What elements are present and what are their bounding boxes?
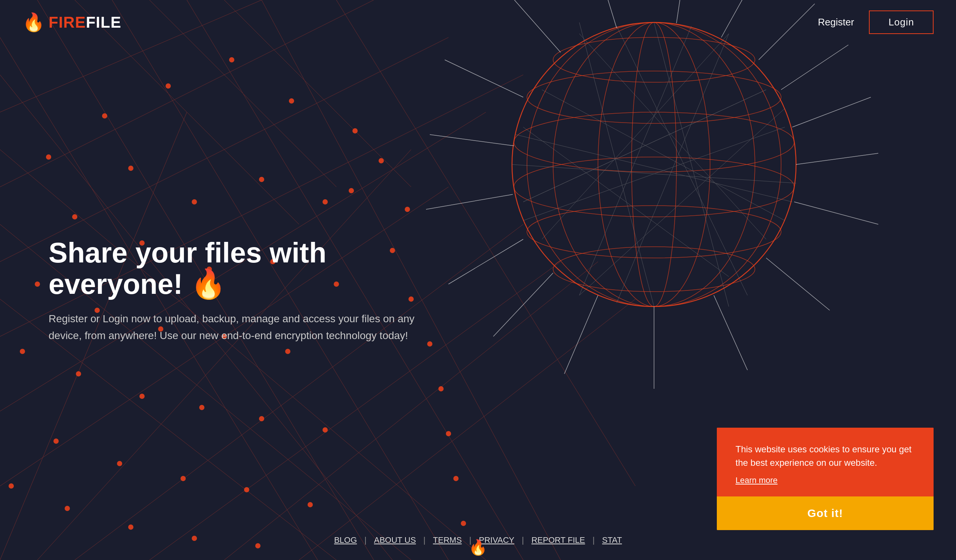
footer-sep-4: | <box>522 535 524 545</box>
hero-subtitle: Register or Login now to upload, backup,… <box>49 311 422 344</box>
svg-point-45 <box>285 349 290 354</box>
cookie-accept-button[interactable]: Got it! <box>717 496 934 530</box>
logo-text: FIREFILE <box>49 13 121 31</box>
svg-point-32 <box>128 165 134 171</box>
hero-title: Share your files with everyone! 🔥 <box>49 237 460 299</box>
svg-point-48 <box>139 394 145 399</box>
svg-point-27 <box>102 113 107 118</box>
footer-link-blog[interactable]: BLOG <box>334 535 357 545</box>
cookie-content: This website uses cookies to ensure you … <box>717 428 934 496</box>
cookie-banner: This website uses cookies to ensure you … <box>717 428 934 530</box>
svg-point-60 <box>192 536 197 541</box>
svg-point-61 <box>255 543 261 548</box>
footer-link-stat[interactable]: STAT <box>602 535 622 545</box>
svg-point-69 <box>446 431 451 436</box>
svg-point-26 <box>46 154 51 160</box>
svg-point-41 <box>35 282 40 287</box>
svg-point-36 <box>72 214 77 219</box>
svg-point-31 <box>352 128 358 134</box>
login-button[interactable]: Login <box>869 11 934 34</box>
svg-point-68 <box>439 386 443 392</box>
nav-right: Register Login <box>818 11 934 34</box>
svg-point-33 <box>192 199 197 204</box>
cookie-learn-more-link[interactable]: Learn more <box>736 475 778 485</box>
bottom-flame-icon: 🔥 <box>469 539 487 556</box>
svg-point-34 <box>259 177 264 182</box>
svg-point-46 <box>20 349 25 354</box>
svg-point-70 <box>453 476 459 481</box>
header: 🔥 FIREFILE Register Login <box>0 0 956 44</box>
footer-sep-5: | <box>592 535 594 545</box>
svg-point-52 <box>53 439 59 444</box>
svg-point-57 <box>9 483 14 489</box>
svg-point-55 <box>244 487 249 492</box>
logo: 🔥 FIREFILE <box>22 12 121 33</box>
svg-point-71 <box>461 521 466 526</box>
svg-point-50 <box>259 416 264 421</box>
hero-section: Share your files with everyone! 🔥 Regist… <box>49 237 460 344</box>
footer-sep-1: | <box>365 535 366 545</box>
footer-link-report[interactable]: REPORT FILE <box>531 535 585 545</box>
svg-point-35 <box>322 199 328 204</box>
svg-point-59 <box>128 524 134 530</box>
logo-file: FILE <box>86 13 121 31</box>
svg-point-30 <box>289 98 294 104</box>
svg-point-64 <box>405 207 410 212</box>
footer-link-terms[interactable]: TERMS <box>433 535 462 545</box>
flame-logo-icon: 🔥 <box>22 12 45 33</box>
svg-point-51 <box>322 427 328 433</box>
svg-point-49 <box>199 405 204 410</box>
footer-sep-2: | <box>423 535 426 545</box>
logo-fire: FIRE <box>49 13 86 31</box>
cookie-text: This website uses cookies to ensure you … <box>736 443 915 470</box>
svg-point-53 <box>117 461 122 466</box>
svg-point-54 <box>181 476 186 481</box>
footer-link-about[interactable]: ABOUT US <box>374 535 416 545</box>
register-link[interactable]: Register <box>818 16 854 28</box>
svg-point-58 <box>64 506 70 511</box>
svg-point-28 <box>165 83 171 89</box>
svg-point-62 <box>349 188 354 193</box>
svg-point-56 <box>308 502 313 507</box>
svg-point-63 <box>379 158 384 164</box>
svg-point-29 <box>229 57 234 63</box>
svg-point-47 <box>76 371 81 376</box>
